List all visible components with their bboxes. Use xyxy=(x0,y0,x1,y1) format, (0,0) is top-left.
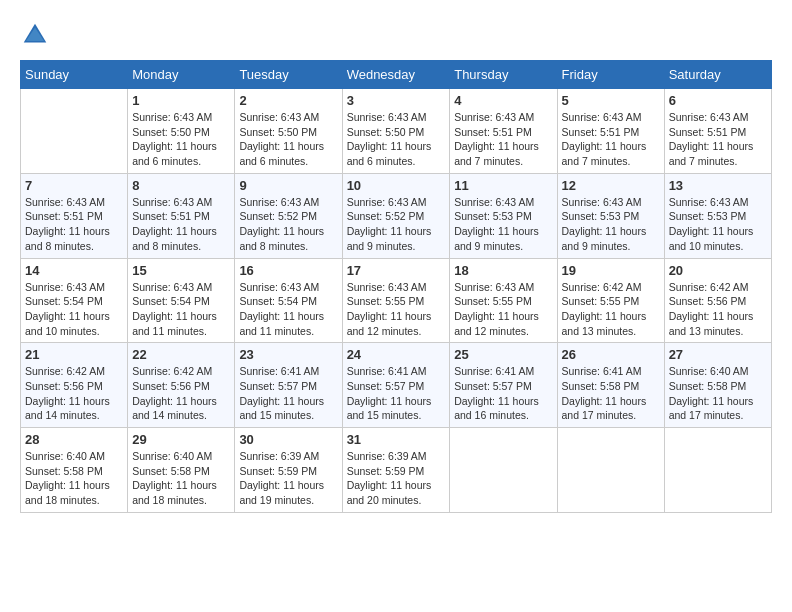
day-of-week-header: Friday xyxy=(557,61,664,89)
day-info: Sunrise: 6:42 AM Sunset: 5:55 PM Dayligh… xyxy=(562,280,660,339)
calendar-week-row: 1Sunrise: 6:43 AM Sunset: 5:50 PM Daylig… xyxy=(21,89,772,174)
calendar-cell xyxy=(21,89,128,174)
day-number: 17 xyxy=(347,263,446,278)
day-number: 26 xyxy=(562,347,660,362)
calendar-cell: 13Sunrise: 6:43 AM Sunset: 5:53 PM Dayli… xyxy=(664,173,771,258)
day-number: 12 xyxy=(562,178,660,193)
day-number: 8 xyxy=(132,178,230,193)
day-number: 28 xyxy=(25,432,123,447)
day-number: 11 xyxy=(454,178,552,193)
calendar-cell: 11Sunrise: 6:43 AM Sunset: 5:53 PM Dayli… xyxy=(450,173,557,258)
calendar-cell: 19Sunrise: 6:42 AM Sunset: 5:55 PM Dayli… xyxy=(557,258,664,343)
day-info: Sunrise: 6:39 AM Sunset: 5:59 PM Dayligh… xyxy=(347,449,446,508)
day-number: 23 xyxy=(239,347,337,362)
calendar-cell: 9Sunrise: 6:43 AM Sunset: 5:52 PM Daylig… xyxy=(235,173,342,258)
day-of-week-header: Saturday xyxy=(664,61,771,89)
day-info: Sunrise: 6:43 AM Sunset: 5:51 PM Dayligh… xyxy=(25,195,123,254)
page-header xyxy=(20,20,772,50)
calendar-cell xyxy=(664,428,771,513)
day-info: Sunrise: 6:43 AM Sunset: 5:55 PM Dayligh… xyxy=(454,280,552,339)
day-info: Sunrise: 6:40 AM Sunset: 5:58 PM Dayligh… xyxy=(25,449,123,508)
day-info: Sunrise: 6:42 AM Sunset: 5:56 PM Dayligh… xyxy=(25,364,123,423)
day-info: Sunrise: 6:43 AM Sunset: 5:51 PM Dayligh… xyxy=(454,110,552,169)
calendar-cell: 28Sunrise: 6:40 AM Sunset: 5:58 PM Dayli… xyxy=(21,428,128,513)
calendar-week-row: 21Sunrise: 6:42 AM Sunset: 5:56 PM Dayli… xyxy=(21,343,772,428)
calendar-cell: 21Sunrise: 6:42 AM Sunset: 5:56 PM Dayli… xyxy=(21,343,128,428)
day-number: 29 xyxy=(132,432,230,447)
day-of-week-header: Sunday xyxy=(21,61,128,89)
day-info: Sunrise: 6:43 AM Sunset: 5:52 PM Dayligh… xyxy=(239,195,337,254)
calendar-cell: 24Sunrise: 6:41 AM Sunset: 5:57 PM Dayli… xyxy=(342,343,450,428)
day-info: Sunrise: 6:39 AM Sunset: 5:59 PM Dayligh… xyxy=(239,449,337,508)
calendar-cell: 2Sunrise: 6:43 AM Sunset: 5:50 PM Daylig… xyxy=(235,89,342,174)
calendar-cell: 17Sunrise: 6:43 AM Sunset: 5:55 PM Dayli… xyxy=(342,258,450,343)
day-info: Sunrise: 6:43 AM Sunset: 5:53 PM Dayligh… xyxy=(562,195,660,254)
day-info: Sunrise: 6:43 AM Sunset: 5:50 PM Dayligh… xyxy=(347,110,446,169)
calendar-cell: 30Sunrise: 6:39 AM Sunset: 5:59 PM Dayli… xyxy=(235,428,342,513)
day-number: 14 xyxy=(25,263,123,278)
calendar-table: SundayMondayTuesdayWednesdayThursdayFrid… xyxy=(20,60,772,513)
day-info: Sunrise: 6:42 AM Sunset: 5:56 PM Dayligh… xyxy=(132,364,230,423)
calendar-cell: 15Sunrise: 6:43 AM Sunset: 5:54 PM Dayli… xyxy=(128,258,235,343)
day-info: Sunrise: 6:40 AM Sunset: 5:58 PM Dayligh… xyxy=(669,364,767,423)
calendar-cell: 3Sunrise: 6:43 AM Sunset: 5:50 PM Daylig… xyxy=(342,89,450,174)
calendar-week-row: 7Sunrise: 6:43 AM Sunset: 5:51 PM Daylig… xyxy=(21,173,772,258)
day-number: 6 xyxy=(669,93,767,108)
calendar-cell: 4Sunrise: 6:43 AM Sunset: 5:51 PM Daylig… xyxy=(450,89,557,174)
day-number: 9 xyxy=(239,178,337,193)
calendar-cell: 7Sunrise: 6:43 AM Sunset: 5:51 PM Daylig… xyxy=(21,173,128,258)
calendar-cell: 20Sunrise: 6:42 AM Sunset: 5:56 PM Dayli… xyxy=(664,258,771,343)
day-info: Sunrise: 6:43 AM Sunset: 5:50 PM Dayligh… xyxy=(132,110,230,169)
calendar-week-row: 28Sunrise: 6:40 AM Sunset: 5:58 PM Dayli… xyxy=(21,428,772,513)
day-info: Sunrise: 6:41 AM Sunset: 5:57 PM Dayligh… xyxy=(347,364,446,423)
day-info: Sunrise: 6:41 AM Sunset: 5:57 PM Dayligh… xyxy=(454,364,552,423)
calendar-week-row: 14Sunrise: 6:43 AM Sunset: 5:54 PM Dayli… xyxy=(21,258,772,343)
day-number: 1 xyxy=(132,93,230,108)
day-number: 7 xyxy=(25,178,123,193)
day-number: 21 xyxy=(25,347,123,362)
calendar-cell: 29Sunrise: 6:40 AM Sunset: 5:58 PM Dayli… xyxy=(128,428,235,513)
calendar-cell: 12Sunrise: 6:43 AM Sunset: 5:53 PM Dayli… xyxy=(557,173,664,258)
calendar-cell xyxy=(557,428,664,513)
day-info: Sunrise: 6:42 AM Sunset: 5:56 PM Dayligh… xyxy=(669,280,767,339)
day-info: Sunrise: 6:43 AM Sunset: 5:50 PM Dayligh… xyxy=(239,110,337,169)
day-info: Sunrise: 6:43 AM Sunset: 5:51 PM Dayligh… xyxy=(562,110,660,169)
day-of-week-header: Wednesday xyxy=(342,61,450,89)
calendar-cell: 1Sunrise: 6:43 AM Sunset: 5:50 PM Daylig… xyxy=(128,89,235,174)
calendar-cell: 18Sunrise: 6:43 AM Sunset: 5:55 PM Dayli… xyxy=(450,258,557,343)
day-number: 18 xyxy=(454,263,552,278)
calendar-cell: 26Sunrise: 6:41 AM Sunset: 5:58 PM Dayli… xyxy=(557,343,664,428)
day-number: 19 xyxy=(562,263,660,278)
day-number: 25 xyxy=(454,347,552,362)
day-number: 16 xyxy=(239,263,337,278)
calendar-cell: 14Sunrise: 6:43 AM Sunset: 5:54 PM Dayli… xyxy=(21,258,128,343)
day-number: 13 xyxy=(669,178,767,193)
day-number: 20 xyxy=(669,263,767,278)
day-info: Sunrise: 6:43 AM Sunset: 5:54 PM Dayligh… xyxy=(25,280,123,339)
calendar-cell: 22Sunrise: 6:42 AM Sunset: 5:56 PM Dayli… xyxy=(128,343,235,428)
day-info: Sunrise: 6:41 AM Sunset: 5:57 PM Dayligh… xyxy=(239,364,337,423)
day-number: 31 xyxy=(347,432,446,447)
day-number: 10 xyxy=(347,178,446,193)
calendar-cell: 23Sunrise: 6:41 AM Sunset: 5:57 PM Dayli… xyxy=(235,343,342,428)
calendar-cell: 6Sunrise: 6:43 AM Sunset: 5:51 PM Daylig… xyxy=(664,89,771,174)
day-of-week-header: Tuesday xyxy=(235,61,342,89)
day-info: Sunrise: 6:40 AM Sunset: 5:58 PM Dayligh… xyxy=(132,449,230,508)
day-info: Sunrise: 6:43 AM Sunset: 5:54 PM Dayligh… xyxy=(239,280,337,339)
calendar-cell: 5Sunrise: 6:43 AM Sunset: 5:51 PM Daylig… xyxy=(557,89,664,174)
day-info: Sunrise: 6:41 AM Sunset: 5:58 PM Dayligh… xyxy=(562,364,660,423)
day-number: 2 xyxy=(239,93,337,108)
calendar-cell: 8Sunrise: 6:43 AM Sunset: 5:51 PM Daylig… xyxy=(128,173,235,258)
day-number: 30 xyxy=(239,432,337,447)
day-info: Sunrise: 6:43 AM Sunset: 5:55 PM Dayligh… xyxy=(347,280,446,339)
calendar-cell xyxy=(450,428,557,513)
calendar-cell: 27Sunrise: 6:40 AM Sunset: 5:58 PM Dayli… xyxy=(664,343,771,428)
day-number: 22 xyxy=(132,347,230,362)
calendar-cell: 25Sunrise: 6:41 AM Sunset: 5:57 PM Dayli… xyxy=(450,343,557,428)
day-of-week-header: Thursday xyxy=(450,61,557,89)
calendar-cell: 16Sunrise: 6:43 AM Sunset: 5:54 PM Dayli… xyxy=(235,258,342,343)
day-info: Sunrise: 6:43 AM Sunset: 5:53 PM Dayligh… xyxy=(669,195,767,254)
logo-icon xyxy=(20,20,50,50)
day-info: Sunrise: 6:43 AM Sunset: 5:52 PM Dayligh… xyxy=(347,195,446,254)
day-number: 4 xyxy=(454,93,552,108)
